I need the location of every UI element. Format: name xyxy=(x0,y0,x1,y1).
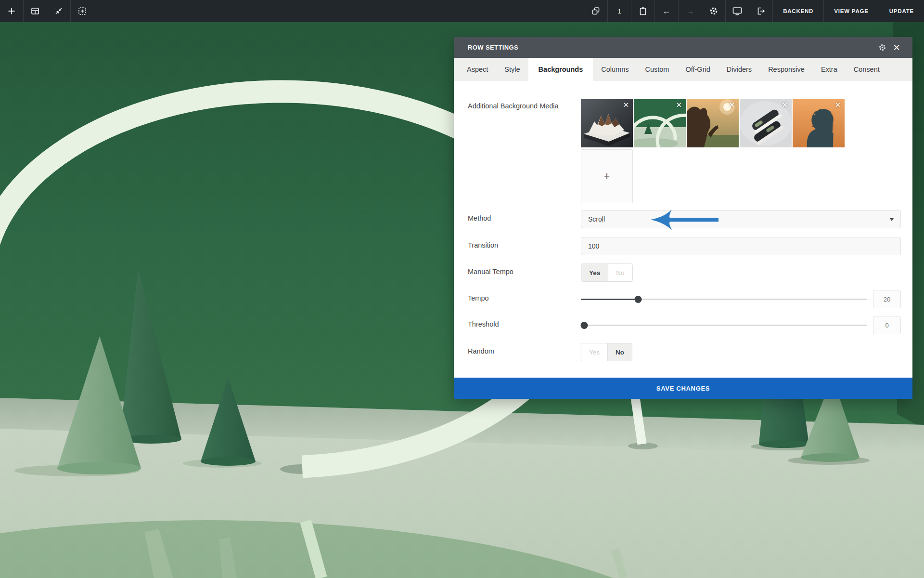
remove-media-icon[interactable]: ✕ xyxy=(676,101,682,108)
transition-input[interactable] xyxy=(581,237,901,255)
view-page-button[interactable]: VIEW PAGE xyxy=(823,0,879,22)
tab-backgrounds[interactable]: Backgrounds xyxy=(528,58,593,81)
collapse-arrows-icon xyxy=(54,6,64,16)
random-yes[interactable]: Yes xyxy=(581,343,608,361)
plus-icon: + xyxy=(604,170,610,183)
top-toolbar: 1 ← → xyxy=(0,0,924,22)
close-icon: ✕ xyxy=(893,42,900,53)
backend-button[interactable]: BACKEND xyxy=(772,0,823,22)
manual-tempo-yes[interactable]: Yes xyxy=(581,264,608,281)
tab-dividers[interactable]: Dividers xyxy=(719,58,760,81)
tempo-label: Tempo xyxy=(468,290,581,308)
row-settings-modal: ROW SETTINGS ✕ Aspect Style Backgrounds … xyxy=(454,37,912,399)
tab-style[interactable]: Style xyxy=(496,58,528,81)
toolbar-spacer xyxy=(94,0,584,22)
media-thumb-green-arch[interactable]: ✕ xyxy=(634,99,686,147)
threshold-slider[interactable] xyxy=(581,316,867,334)
media-label: Additional Background Media xyxy=(468,99,581,203)
threshold-label: Threshold xyxy=(468,316,581,334)
tab-columns[interactable]: Columns xyxy=(593,58,637,81)
save-changes-button[interactable]: SAVE CHANGES xyxy=(454,378,912,399)
redo-button[interactable]: → xyxy=(678,0,702,22)
preview-button[interactable] xyxy=(725,0,749,22)
add-media-button[interactable]: + xyxy=(581,149,633,203)
plus-icon xyxy=(7,6,16,16)
manual-tempo-toggle: Yes No xyxy=(581,263,633,282)
threshold-value-input[interactable] xyxy=(873,316,901,334)
page-builder-stage: 1 ← → xyxy=(0,0,924,578)
clipboard-icon xyxy=(638,6,648,16)
threshold-row: Threshold xyxy=(468,316,901,334)
random-toggle: Yes No xyxy=(581,343,632,361)
add-template-button[interactable] xyxy=(71,0,94,22)
transition-label: Transition xyxy=(468,237,581,255)
method-label: Method xyxy=(468,210,581,228)
transition-row: Transition xyxy=(468,237,901,255)
modal-settings-button[interactable] xyxy=(875,40,889,55)
modal-close-button[interactable]: ✕ xyxy=(889,40,904,55)
manual-tempo-row: Manual Tempo Yes No xyxy=(468,263,901,282)
update-button[interactable]: UPDATE xyxy=(879,0,924,22)
media-thumb-mountain[interactable]: ✕ xyxy=(581,99,633,147)
remove-media-icon[interactable]: ✕ xyxy=(834,101,841,108)
exit-icon xyxy=(756,6,766,16)
undo-button[interactable]: ← xyxy=(654,0,678,22)
chevron-down-icon xyxy=(890,218,894,221)
settings-button[interactable] xyxy=(702,0,725,22)
tab-consent[interactable]: Consent xyxy=(846,58,888,81)
media-row: Additional Background Media xyxy=(468,99,901,203)
threshold-slider-track[interactable] xyxy=(581,325,867,326)
exit-button[interactable] xyxy=(749,0,772,22)
remove-media-icon[interactable]: ✕ xyxy=(623,101,629,108)
tab-off-grid[interactable]: Off-Grid xyxy=(677,58,718,81)
media-thumb-sneakers[interactable]: ✕ xyxy=(740,99,792,147)
threshold-slider-handle[interactable] xyxy=(581,322,588,329)
gear-icon xyxy=(709,6,719,16)
method-dropdown[interactable]: Scroll xyxy=(581,210,901,228)
method-row: Method Scroll xyxy=(468,210,901,228)
tempo-slider-fill xyxy=(581,299,638,300)
remove-media-icon[interactable]: ✕ xyxy=(782,101,788,108)
tab-responsive[interactable]: Responsive xyxy=(760,58,813,81)
manual-tempo-no[interactable]: No xyxy=(608,264,632,281)
manual-tempo-label: Manual Tempo xyxy=(468,263,581,282)
collapse-view-button[interactable] xyxy=(47,0,71,22)
clipboard-button[interactable] xyxy=(631,0,654,22)
modal-header: ROW SETTINGS ✕ xyxy=(454,37,912,58)
gear-icon xyxy=(878,43,886,52)
tempo-slider-handle[interactable] xyxy=(635,296,642,303)
tempo-row: Tempo xyxy=(468,290,901,308)
media-thumb-woman-sunset[interactable]: ✕ xyxy=(687,99,739,147)
layout-icon xyxy=(30,6,40,16)
duplicate-button[interactable] xyxy=(584,0,607,22)
random-label: Random xyxy=(468,343,581,361)
tab-aspect[interactable]: Aspect xyxy=(459,58,496,81)
random-row: Random Yes No xyxy=(468,343,901,361)
method-value: Scroll xyxy=(588,215,605,223)
history-count[interactable]: 1 xyxy=(607,0,631,22)
random-no[interactable]: No xyxy=(608,343,632,361)
tempo-slider[interactable] xyxy=(581,290,867,308)
modal-title: ROW SETTINGS xyxy=(468,44,875,51)
media-thumbnails: ✕ ✕ xyxy=(581,99,901,147)
add-element-button[interactable] xyxy=(0,0,24,22)
remove-media-icon[interactable]: ✕ xyxy=(729,101,735,108)
modal-body: Additional Background Media xyxy=(454,81,912,378)
tab-extra[interactable]: Extra xyxy=(813,58,846,81)
layout-manager-button[interactable] xyxy=(24,0,47,22)
media-thumb-particle-bust[interactable]: ✕ xyxy=(793,99,845,147)
monitor-icon xyxy=(732,6,743,16)
tab-custom[interactable]: Custom xyxy=(637,58,677,81)
duplicate-icon xyxy=(591,6,601,16)
settings-tabs: Aspect Style Backgrounds Columns Custom … xyxy=(454,58,912,81)
tempo-value-input[interactable] xyxy=(873,290,901,308)
dashed-square-plus-icon xyxy=(77,6,87,16)
